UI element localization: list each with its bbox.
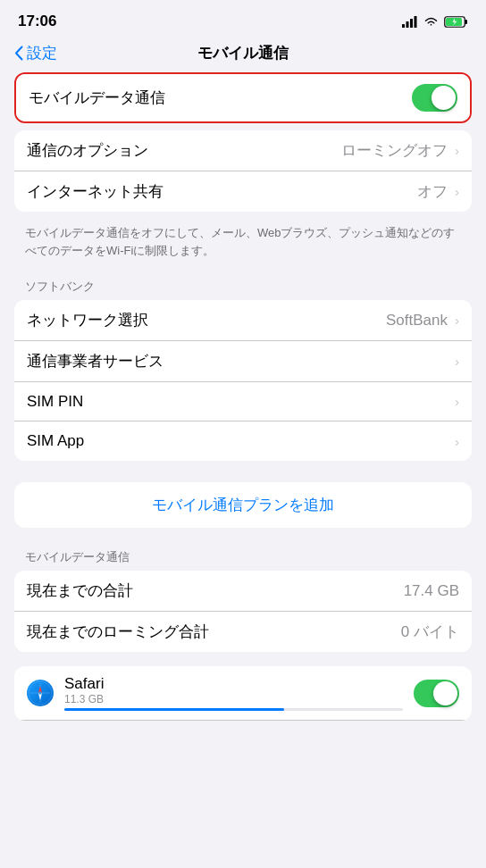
softbank-card: ネットワーク選択 SoftBank › 通信事業者サービス › SIM PIN … <box>14 300 472 461</box>
mobile-data-row[interactable]: モバイルデータ通信 <box>16 74 470 121</box>
softbank-section-label: ソフトバンク <box>14 279 472 300</box>
safari-toggle[interactable] <box>414 680 459 707</box>
battery-icon <box>444 16 468 28</box>
network-selection-row[interactable]: ネットワーク選択 SoftBank › <box>14 300 472 341</box>
safari-app-icon <box>27 680 54 706</box>
svg-rect-2 <box>410 19 413 28</box>
safari-row-card: Safari 11.3 GB <box>14 666 472 721</box>
back-label: 設定 <box>27 43 57 63</box>
sim-pin-label: SIM PIN <box>27 393 83 411</box>
roaming-options-row[interactable]: 通信のオプション ローミングオフ › <box>14 130 472 171</box>
total-data-row: 現在までの合計 17.4 GB <box>14 571 472 612</box>
roaming-data-value: 0 バイト <box>401 622 459 642</box>
safari-toggle-container <box>414 680 459 707</box>
sim-pin-row[interactable]: SIM PIN › <box>14 382 472 421</box>
safari-info: Safari 11.3 GB <box>64 675 403 711</box>
mobile-data-section: モバイルデータ通信 <box>14 72 472 123</box>
carrier-right: › <box>453 354 459 369</box>
carrier-services-row[interactable]: 通信事業者サービス › <box>14 341 472 382</box>
safari-size: 11.3 GB <box>64 693 403 705</box>
safari-usage-bar <box>64 708 403 711</box>
wifi-icon <box>423 16 439 28</box>
safari-row[interactable]: Safari 11.3 GB <box>14 666 472 721</box>
carrier-label: 通信事業者サービス <box>27 351 163 371</box>
svg-rect-0 <box>402 24 405 28</box>
sim-app-right: › <box>453 434 459 449</box>
status-time: 17:06 <box>18 13 56 30</box>
total-data-label: 現在までの合計 <box>27 580 133 601</box>
roaming-data-label: 現在までのローミング合計 <box>27 622 209 642</box>
roaming-right: ローミングオフ › <box>341 140 459 161</box>
svg-rect-1 <box>406 21 409 28</box>
hotspot-right: オフ › <box>417 181 459 202</box>
softbank-section: ソフトバンク ネットワーク選択 SoftBank › 通信事業者サービス › S… <box>14 279 472 461</box>
mobile-data-toggle[interactable] <box>412 84 457 112</box>
options-section: 通信のオプション ローミングオフ › インターネット共有 オフ › <box>14 130 472 212</box>
hotspot-label: インターネット共有 <box>27 181 163 202</box>
status-bar: 17:06 <box>0 0 486 36</box>
safari-bar-fill <box>64 708 284 711</box>
back-button[interactable]: 設定 <box>14 43 57 63</box>
chevron-icon: › <box>455 143 459 158</box>
chevron-icon-2: › <box>455 184 459 199</box>
sim-pin-right: › <box>453 394 459 409</box>
options-card: 通信のオプション ローミングオフ › インターネット共有 オフ › <box>14 130 472 212</box>
nav-bar: 設定 モバイル通信 <box>0 36 486 72</box>
data-usage-section: モバイルデータ通信 現在までの合計 17.4 GB 現在までのローミング合計 0… <box>14 549 472 652</box>
data-usage-card: 現在までの合計 17.4 GB 現在までのローミング合計 0 バイト <box>14 571 472 652</box>
safari-toggle-thumb <box>433 681 457 705</box>
back-chevron-icon <box>14 46 23 61</box>
network-value: SoftBank <box>386 312 448 330</box>
safari-name: Safari <box>64 675 403 693</box>
svg-rect-3 <box>415 16 417 28</box>
hotspot-value: オフ <box>417 181 448 202</box>
mobile-data-label: モバイルデータ通信 <box>29 88 165 108</box>
page-title: モバイル通信 <box>197 43 289 63</box>
roaming-label: 通信のオプション <box>27 140 148 161</box>
chevron-icon-4: › <box>455 354 459 369</box>
hotspot-row[interactable]: インターネット共有 オフ › <box>14 171 472 212</box>
data-usage-label: モバイルデータ通信 <box>14 549 472 571</box>
sim-app-label: SIM App <box>27 432 84 450</box>
network-label: ネットワーク選択 <box>27 310 148 330</box>
chevron-icon-5: › <box>455 394 459 409</box>
mobile-data-description: モバイルデータ通信をオフにして、メール、Webブラウズ、プッシュ通知などのすべて… <box>0 219 486 264</box>
add-plan-card[interactable]: モバイル通信プランを追加 <box>14 482 472 528</box>
add-plan-label: モバイル通信プランを追加 <box>152 495 334 515</box>
sim-app-row[interactable]: SIM App › <box>14 421 472 461</box>
roaming-value: ローミングオフ <box>341 140 448 161</box>
chevron-icon-3: › <box>455 313 459 328</box>
toggle-thumb <box>432 86 456 110</box>
svg-rect-5 <box>465 20 468 24</box>
roaming-data-row: 現在までのローミング合計 0 バイト <box>14 612 472 652</box>
total-data-value: 17.4 GB <box>404 582 459 600</box>
add-plan-button[interactable]: モバイル通信プランを追加 <box>14 482 472 528</box>
signal-icon <box>402 16 418 28</box>
chevron-icon-6: › <box>455 434 459 449</box>
status-icons <box>402 16 468 28</box>
network-right: SoftBank › <box>386 312 459 330</box>
mobile-data-card: モバイルデータ通信 <box>14 72 472 123</box>
